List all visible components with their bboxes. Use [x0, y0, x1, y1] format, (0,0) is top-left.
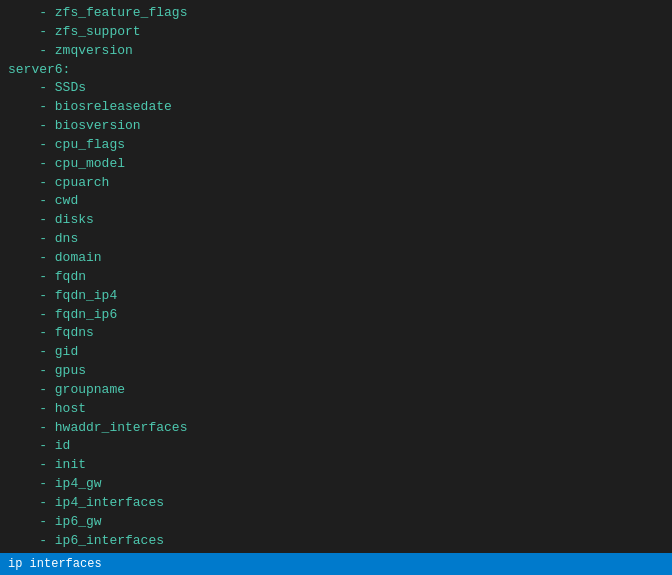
code-line: - biosreleasedate: [0, 98, 672, 117]
code-line: - host: [0, 400, 672, 419]
code-line: - gid: [0, 343, 672, 362]
code-container: - zfs_feature_flags - zfs_support - zmqv…: [0, 0, 672, 575]
code-line: - fqdns: [0, 324, 672, 343]
code-line: - SSDs: [0, 79, 672, 98]
code-line: - domain: [0, 249, 672, 268]
code-line: - biosversion: [0, 117, 672, 136]
code-line: - ip4_interfaces: [0, 494, 672, 513]
code-line: - zfs_support: [0, 23, 672, 42]
code-line: - id: [0, 437, 672, 456]
code-line: - zfs_feature_flags: [0, 4, 672, 23]
code-line: - cpu_model: [0, 155, 672, 174]
status-bar: ip interfaces: [0, 553, 672, 575]
status-bar-text: ip interfaces: [8, 557, 102, 571]
code-line: - ip6_gw: [0, 513, 672, 532]
code-line: - groupname: [0, 381, 672, 400]
code-line: - cpu_flags: [0, 136, 672, 155]
code-line: - ip4_gw: [0, 475, 672, 494]
code-line: - fqdn: [0, 268, 672, 287]
code-line: - hwaddr_interfaces: [0, 419, 672, 438]
code-line: - ip6_interfaces: [0, 532, 672, 551]
code-line: server6:: [0, 61, 672, 80]
code-line: - disks: [0, 211, 672, 230]
code-line: - fqdn_ip6: [0, 306, 672, 325]
code-line: - fqdn_ip4: [0, 287, 672, 306]
lines-container: - zfs_feature_flags - zfs_support - zmqv…: [0, 4, 672, 575]
code-line: - zmqversion: [0, 42, 672, 61]
code-line: - cwd: [0, 192, 672, 211]
code-line: - gpus: [0, 362, 672, 381]
code-line: - dns: [0, 230, 672, 249]
code-line: - init: [0, 456, 672, 475]
code-line: - cpuarch: [0, 174, 672, 193]
